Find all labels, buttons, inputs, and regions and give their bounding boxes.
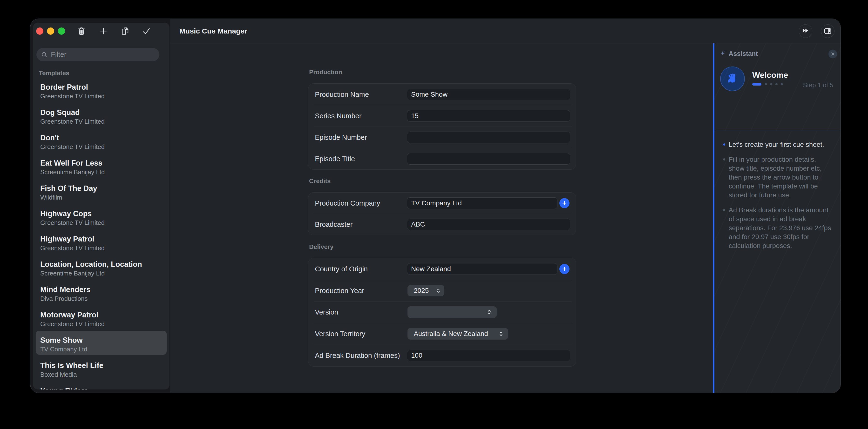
production-name-input[interactable]	[407, 89, 570, 100]
series-number-input[interactable]	[407, 110, 570, 122]
field-label: Series Number	[315, 112, 362, 120]
form-row: Series Number	[308, 105, 576, 127]
production-card: Production Name Series Number Episode Nu…	[308, 84, 576, 170]
delete-template-button[interactable]	[76, 26, 87, 36]
confirm-icon	[142, 26, 151, 36]
episode-title-input[interactable]	[407, 153, 570, 165]
progress-dot	[770, 83, 772, 85]
assistant-close-button[interactable]	[829, 50, 837, 58]
field-label: Episode Number	[315, 133, 367, 141]
template-item[interactable]: Border Patrol Greenstone TV Limited	[36, 77, 166, 102]
filter-field[interactable]	[36, 48, 159, 61]
fast-forward-icon	[802, 27, 810, 35]
production-company-input[interactable]	[407, 197, 557, 209]
tip-item: Ad Break durations is the amount of spac…	[728, 206, 833, 250]
template-list: Border Patrol Greenstone TV Limited Dog …	[33, 77, 169, 390]
add-icon	[99, 27, 108, 36]
waving-hand-icon	[726, 72, 739, 86]
duplicate-template-button[interactable]	[120, 26, 130, 36]
close-icon	[830, 52, 835, 56]
template-item[interactable]: Eat Well For Less Screentime Banijay Ltd	[36, 154, 166, 177]
credits-card: Production Company Broadcaster	[308, 192, 576, 235]
template-item[interactable]: Highway Cops Greenstone TV Limited	[36, 204, 166, 228]
assistant-header: Assistant	[714, 43, 840, 65]
country-of-origin-input[interactable]	[407, 263, 557, 275]
field-label: Production Name	[315, 90, 369, 98]
section-label-delivery: Delivery	[309, 243, 334, 251]
assistant-title: Assistant	[728, 50, 758, 58]
template-item[interactable]: Location, Location, Location Screentime …	[36, 255, 166, 279]
sparkle-icon	[719, 49, 727, 57]
progress-dot	[765, 83, 767, 85]
stepper-icon	[486, 308, 493, 316]
assistant-hero: Assistant	[714, 43, 840, 131]
form-row: Broadcaster	[308, 214, 576, 235]
confirm-template-button[interactable]	[141, 26, 152, 36]
template-item[interactable]: This Is Wheel Life Boxed Media	[36, 356, 166, 380]
main-content: Music Cue Manager Production Production …	[170, 19, 840, 393]
template-item-selected[interactable]: Some Show TV Company Ltd	[36, 331, 166, 355]
field-label: Version Territory	[315, 330, 365, 338]
plus-icon	[562, 266, 567, 272]
step-label: Step 1 of 5	[803, 81, 833, 89]
episode-number-input[interactable]	[407, 132, 570, 143]
tip-item: Fill in your production details, show ti…	[728, 155, 833, 200]
plus-icon	[562, 200, 567, 206]
broadcaster-input[interactable]	[407, 219, 570, 230]
section-label-production: Production	[309, 68, 342, 76]
version-select[interactable]	[407, 306, 497, 318]
search-icon	[41, 51, 48, 58]
delivery-card: Country of Origin Production Year 2025	[308, 258, 576, 367]
trash-icon	[77, 27, 86, 36]
titlebar: Music Cue Manager	[170, 19, 840, 43]
continue-button[interactable]	[799, 24, 812, 38]
page-title: Music Cue Manager	[179, 19, 247, 43]
app-window: Templates Border Patrol Greenstone TV Li…	[30, 19, 841, 393]
template-item[interactable]: Motorway Patrol Greenstone TV Limited	[36, 305, 166, 329]
stepper-icon	[497, 330, 505, 337]
version-territory-select[interactable]: Australia & New Zealand	[407, 328, 508, 339]
assistant-tips: Let's create your first cue sheet. Fill …	[714, 131, 840, 393]
templates-section-label: Templates	[39, 69, 69, 77]
form-row: Production Company	[308, 193, 576, 214]
toggle-assistant-icon	[824, 27, 832, 35]
form-row: Production Name	[308, 84, 576, 105]
select-value: 2025	[414, 287, 429, 295]
template-item[interactable]: Fish Of The Day Wildfilm	[36, 179, 166, 203]
field-label: Broadcaster	[315, 221, 352, 229]
duplicate-icon	[121, 27, 130, 36]
progress-current	[752, 83, 762, 86]
template-item[interactable]: Highway Patrol Greenstone TV Limited	[36, 229, 166, 254]
sidebar: Templates Border Patrol Greenstone TV Li…	[33, 23, 169, 390]
template-item[interactable]: Mind Menders Diva Productions	[36, 280, 166, 304]
filter-input[interactable]	[51, 51, 152, 59]
form-row: Version Territory Australia & New Zealan…	[308, 323, 576, 344]
form-row: Ad Break Duration (frames)	[308, 344, 576, 366]
field-label: Episode Title	[315, 155, 355, 163]
field-label: Ad Break Duration (frames)	[315, 352, 400, 360]
template-item[interactable]: Don't Greenstone TV Limited	[36, 128, 166, 152]
welcome-title: Welcome	[752, 70, 788, 80]
progress-dot	[781, 83, 783, 85]
progress-dot	[775, 83, 778, 85]
window-close-button[interactable]	[36, 28, 43, 35]
form-row: Episode Title	[308, 148, 576, 169]
form-row: Version	[308, 301, 576, 323]
add-production-company-button[interactable]	[559, 198, 569, 208]
field-label: Production Year	[315, 287, 364, 295]
template-item[interactable]: Young Riders	[36, 381, 166, 390]
field-label: Production Company	[315, 199, 380, 207]
template-item[interactable]: Dog Squad Greenstone TV Limited	[36, 103, 166, 127]
assistant-panel: Assistant	[713, 43, 840, 393]
ad-break-duration-input[interactable]	[407, 350, 570, 361]
window-minimize-button[interactable]	[47, 28, 54, 35]
add-template-button[interactable]	[98, 26, 109, 36]
section-label-credits: Credits	[309, 177, 331, 185]
add-country-button[interactable]	[559, 264, 569, 274]
welcome-avatar	[720, 67, 745, 91]
form-row: Production Year 2025	[308, 280, 576, 301]
toggle-assistant-button[interactable]	[821, 24, 835, 38]
stepper-icon	[435, 287, 442, 294]
production-year-select[interactable]: 2025	[407, 285, 444, 296]
window-zoom-button[interactable]	[58, 28, 65, 35]
